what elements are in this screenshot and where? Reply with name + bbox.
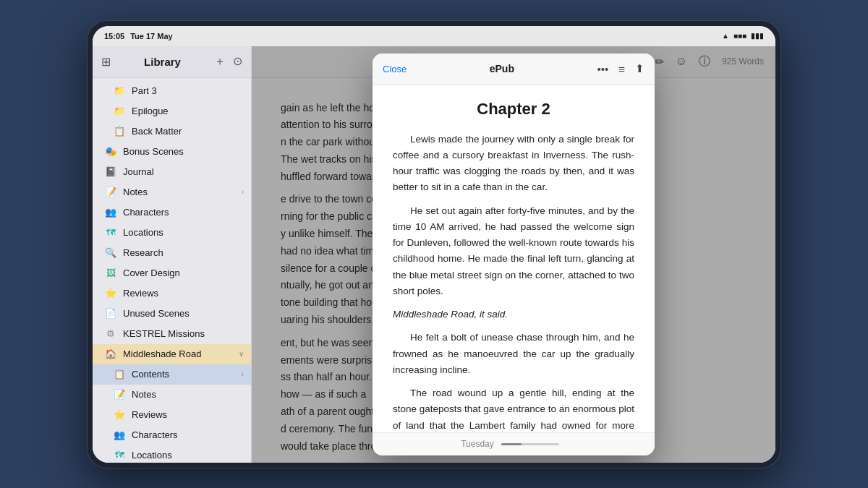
sidebar-item-label: Research bbox=[123, 247, 244, 258]
sidebar-item-label: Reviews bbox=[123, 288, 244, 299]
sidebar-item-label: Contents bbox=[132, 369, 236, 380]
epub-footer: Tuesday bbox=[373, 432, 655, 455]
sidebar-item-contents[interactable]: 📋 Contents › bbox=[93, 364, 251, 385]
sidebar-item-label: Epilogue bbox=[132, 106, 244, 116]
sidebar-item-characters-ms[interactable]: 👥 Characters bbox=[93, 425, 251, 445]
sidebar-item-notes-ms[interactable]: 📝 Notes bbox=[93, 385, 251, 405]
unused-icon: 📄 bbox=[104, 307, 117, 320]
doc-icon: 📋 bbox=[113, 125, 126, 138]
sidebar-item-label: KESTREL Missions bbox=[123, 328, 244, 339]
sidebar-item-label: Bonus Scenes bbox=[123, 146, 244, 157]
notes-icon: 📝 bbox=[104, 186, 117, 199]
ipad-screen: 15:05 Tue 17 May ▲ ■■■ ▮▮▮ ⊞ Library ＋ ⊙ bbox=[93, 26, 775, 463]
kestrel-icon: ⚙ bbox=[104, 328, 117, 341]
sidebar-item-label: Middleshade Road bbox=[123, 348, 233, 359]
sidebar-item-bonus-scenes[interactable]: 🎭 Bonus Scenes bbox=[93, 142, 251, 162]
sidebar-item-characters[interactable]: 👥 Characters bbox=[93, 202, 251, 223]
sidebar-item-research[interactable]: 🔍 Research bbox=[93, 243, 251, 263]
sidebar-scroll[interactable]: 📁 Part 3 📁 Epilogue 📋 Back Matter bbox=[93, 78, 251, 463]
epub-progress-fill bbox=[501, 443, 522, 445]
locations-ms-icon: 🗺 bbox=[113, 449, 126, 462]
sidebar-item-cover-design[interactable]: 🖼 Cover Design bbox=[93, 263, 251, 283]
journal-icon: 📓 bbox=[104, 166, 117, 179]
status-bar-left: 15:05 Tue 17 May bbox=[104, 32, 173, 40]
sidebar-header-actions: ＋ ⊙ bbox=[214, 54, 242, 69]
sidebar-item-label: Unused Scenes bbox=[123, 308, 244, 319]
epub-share-icon[interactable]: ⬆ bbox=[635, 62, 644, 75]
sidebar-item-part3[interactable]: 📁 Part 3 bbox=[93, 81, 251, 101]
sidebar-item-kestrel[interactable]: ⚙ KESTREL Missions bbox=[93, 324, 251, 344]
sidebar-item-label: Notes bbox=[132, 389, 244, 400]
content-area: ✏ ☺ ⓘ 925 Words gain as he left the hosp… bbox=[252, 46, 775, 463]
sidebar-item-unused-scenes[interactable]: 📄 Unused Scenes bbox=[93, 304, 251, 324]
bonus-icon: 🎭 bbox=[104, 145, 117, 158]
epub-toolbar: Close ePub ••• ≡ ⬆ bbox=[373, 53, 655, 85]
epub-toolbar-actions: ••• ≡ ⬆ bbox=[597, 62, 644, 75]
status-bar: 15:05 Tue 17 May ▲ ■■■ ▮▮▮ bbox=[93, 26, 775, 46]
epub-more-icon[interactable]: ••• bbox=[597, 63, 608, 75]
sidebar-item-label: Back Matter bbox=[132, 126, 244, 137]
sidebar-item-label: Cover Design bbox=[123, 267, 244, 278]
sidebar: ⊞ Library ＋ ⊙ 📁 Part 3 📁 bbox=[93, 46, 252, 463]
modal-overlay[interactable]: Close ePub ••• ≡ ⬆ Chapter 2 Lewis made bbox=[252, 46, 775, 463]
time-display: 15:05 bbox=[104, 32, 124, 40]
notes-ms-icon: 📝 bbox=[113, 388, 126, 401]
cover-icon: 🖼 bbox=[104, 267, 117, 280]
sidebar-item-label: Locations bbox=[132, 450, 244, 461]
research-icon: 🔍 bbox=[104, 247, 117, 260]
settings-icon[interactable]: ⊙ bbox=[233, 54, 242, 69]
sidebar-item-reviews[interactable]: ⭐ Reviews bbox=[93, 283, 251, 304]
sidebar-item-label: Journal bbox=[123, 166, 244, 177]
reviews-ms-icon: ⭐ bbox=[113, 408, 126, 421]
epub-close-button[interactable]: Close bbox=[383, 64, 407, 74]
main-area: ⊞ Library ＋ ⊙ 📁 Part 3 📁 bbox=[93, 46, 775, 463]
wifi-icon: ▲ bbox=[722, 32, 729, 40]
sidebar-item-label: Characters bbox=[132, 429, 244, 440]
sidebar-item-reviews-ms[interactable]: ⭐ Reviews bbox=[93, 405, 251, 425]
epub-modal: Close ePub ••• ≡ ⬆ Chapter 2 Lewis made bbox=[373, 53, 655, 455]
epub-italic-line: Middleshade Road, it said. bbox=[393, 307, 634, 322]
characters-ms-icon: 👥 bbox=[113, 429, 126, 442]
epub-paragraph: Lewis made the journey with only a singl… bbox=[393, 132, 634, 196]
signal-icon: ■■■ bbox=[733, 32, 746, 40]
sidebar-item-label: Reviews bbox=[132, 409, 244, 420]
epub-paragraph: The road wound up a gentle hill, ending … bbox=[393, 385, 634, 432]
sidebar-item-label: Locations bbox=[123, 227, 244, 238]
sidebar-title: Library bbox=[144, 56, 181, 68]
chevron-down-icon: ∨ bbox=[239, 350, 244, 358]
sidebar-item-notes[interactable]: 📝 Notes › bbox=[93, 182, 251, 202]
contents-icon: 📋 bbox=[113, 368, 126, 381]
battery-icon: ▮▮▮ bbox=[751, 32, 764, 40]
home-icon: 🏠 bbox=[104, 348, 117, 361]
sidebar-item-back-matter[interactable]: 📋 Back Matter bbox=[93, 121, 251, 142]
sidebar-header: ⊞ Library ＋ ⊙ bbox=[93, 46, 251, 78]
status-bar-right: ▲ ■■■ ▮▮▮ bbox=[722, 32, 764, 40]
epub-title: ePub bbox=[490, 63, 514, 74]
ipad-frame: 15:05 Tue 17 May ▲ ■■■ ▮▮▮ ⊞ Library ＋ ⊙ bbox=[87, 20, 781, 468]
chapter-title: Chapter 2 bbox=[393, 100, 634, 119]
reviews-icon: ⭐ bbox=[104, 287, 117, 300]
sidebar-item-locations-ms[interactable]: 🗺 Locations bbox=[93, 445, 251, 463]
sidebar-item-locations[interactable]: 🗺 Locations bbox=[93, 223, 251, 243]
sidebar-item-label: Characters bbox=[123, 207, 244, 218]
characters-icon: 👥 bbox=[104, 206, 117, 219]
epub-settings-icon[interactable]: ≡ bbox=[618, 63, 625, 75]
locations-icon: 🗺 bbox=[104, 226, 117, 239]
folder-icon: 📁 bbox=[113, 85, 126, 98]
epub-paragraph: He set out again after forty-five minute… bbox=[393, 203, 634, 300]
sidebar-grid-icon[interactable]: ⊞ bbox=[101, 55, 111, 69]
add-icon[interactable]: ＋ bbox=[214, 54, 226, 69]
epub-progress-bar bbox=[501, 443, 559, 445]
date-display: Tue 17 May bbox=[130, 32, 173, 40]
epub-content[interactable]: Chapter 2 Lewis made the journey with on… bbox=[373, 85, 655, 432]
epub-paragraph: He felt a bolt of unease chase through h… bbox=[393, 330, 634, 378]
sidebar-item-journal[interactable]: 📓 Journal bbox=[93, 162, 251, 182]
chevron-right-icon: › bbox=[242, 188, 244, 196]
chevron-right-icon: › bbox=[242, 370, 244, 378]
epub-day-label: Tuesday bbox=[461, 439, 494, 449]
sidebar-item-label: Part 3 bbox=[132, 85, 244, 96]
sidebar-item-middleshade[interactable]: 🏠 Middleshade Road ∨ bbox=[93, 344, 251, 364]
sidebar-item-epilogue[interactable]: 📁 Epilogue bbox=[93, 101, 251, 121]
sidebar-item-label: Notes bbox=[123, 187, 236, 197]
folder-icon: 📁 bbox=[113, 105, 126, 118]
